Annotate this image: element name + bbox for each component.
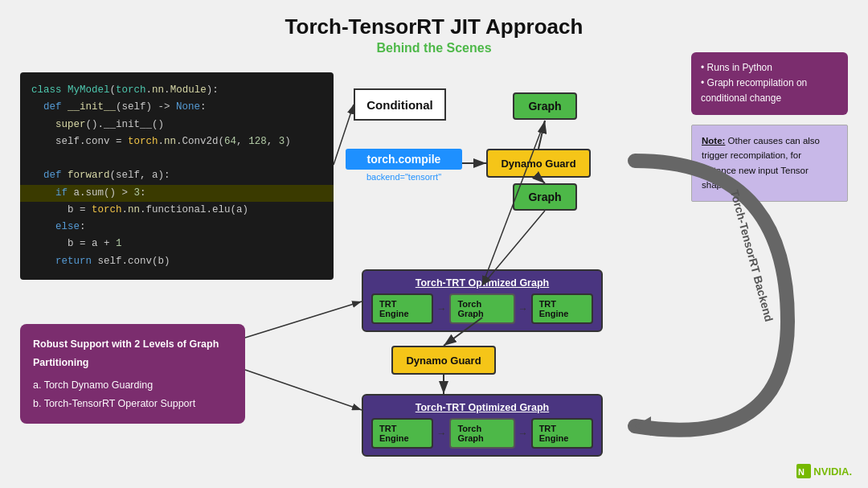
trt-title-top: Torch-TRT Optimized Graph xyxy=(371,277,593,289)
graph-box-top: Graph xyxy=(513,92,577,120)
trt-inner-bottom: TRT Engine → Torch Graph → TRT Engine xyxy=(371,418,593,449)
dynamo-guard-bottom: Dynamo Guard xyxy=(391,346,496,375)
trt-arrow-4: → xyxy=(518,428,528,439)
code-block: class MyModel(torch.nn.Module): def __in… xyxy=(20,72,334,280)
note-pink: • Runs in Python • Graph recompilation o… xyxy=(691,52,848,115)
slide: Torch-TensorRT JIT Approach Behind the S… xyxy=(0,0,868,488)
trt-inner-top: TRT Engine → Torch Graph → TRT Engine xyxy=(371,293,593,324)
compile-sublabel: backend="tensorrt" xyxy=(346,172,462,182)
trt-engine-1b: TRT Engine xyxy=(531,293,593,324)
trt-title-bottom: Torch-TRT Optimized Graph xyxy=(371,402,593,413)
trt-outer-bottom: Torch-TRT Optimized Graph TRT Engine → T… xyxy=(362,394,603,457)
svg-line-3 xyxy=(538,178,545,183)
trt-arrow-1: → xyxy=(436,303,446,314)
robust-item-2: b. Torch-TensorRT Operator Support xyxy=(33,395,232,413)
robust-support-box: Robust Support with 2 Levels of Graph Pa… xyxy=(20,324,245,424)
note-pink-item2: • Graph recompilation on conditional cha… xyxy=(701,76,838,106)
trt-outer-top: Torch-TRT Optimized Graph TRT Engine → T… xyxy=(362,269,603,332)
nvidia-icon: N xyxy=(796,464,811,478)
trt-engine-2b: TRT Engine xyxy=(531,418,593,449)
compile-box: torch.compile backend="tensorrt" xyxy=(346,149,462,182)
conditional-box: Conditional xyxy=(354,88,446,121)
svg-line-2 xyxy=(538,121,545,149)
svg-line-10 xyxy=(245,370,362,410)
svg-line-9 xyxy=(245,301,362,338)
trt-arrow-2: → xyxy=(518,303,528,314)
trt-torch-graph-1: Torch Graph xyxy=(449,293,514,324)
nvidia-logo: N NVIDIA. xyxy=(796,464,852,478)
trt-engine-2a: TRT Engine xyxy=(371,418,433,449)
page-title: Torch-TensorRT JIT Approach xyxy=(0,0,868,39)
trt-torch-graph-2: Torch Graph xyxy=(449,418,514,449)
robust-item-1: a. Torch Dynamo Guarding xyxy=(33,376,232,395)
dynamo-guard-top: Dynamo Guard xyxy=(486,149,591,178)
backend-label: Torch-TensorRT Backend xyxy=(728,188,776,322)
svg-text:N: N xyxy=(798,467,805,477)
compile-label: torch.compile xyxy=(346,149,462,170)
trt-engine-1a: TRT Engine xyxy=(371,293,433,324)
note-lavender: Note: Other causes can also trigger reco… xyxy=(691,125,848,202)
graph-box-bottom: Graph xyxy=(513,183,577,211)
robust-title: Robust Support with 2 Levels of Graph Pa… xyxy=(33,335,232,371)
trt-arrow-3: → xyxy=(436,428,446,439)
note-pink-item1: • Runs in Python xyxy=(701,60,838,76)
svg-marker-8 xyxy=(635,416,651,436)
